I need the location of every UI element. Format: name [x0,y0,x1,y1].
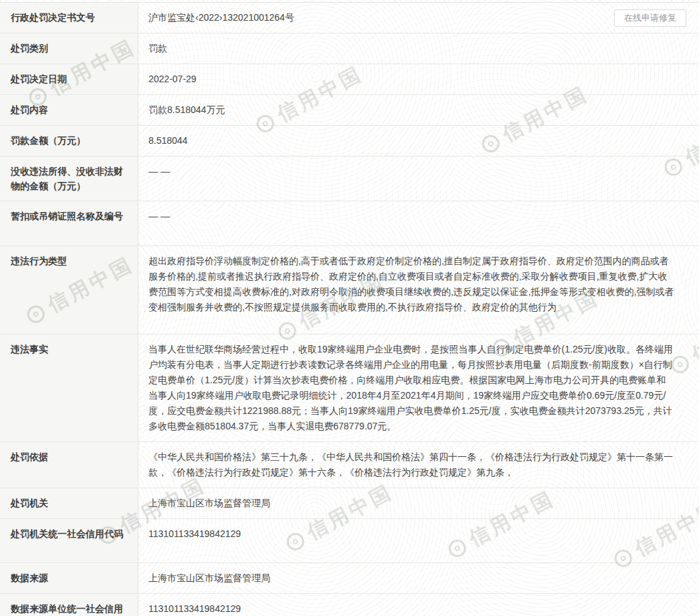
table-row-penalty-basis: 处罚依据 《中华人民共和国价格法》第三十九条，《中华人民共和国价格法》第四十一条… [0,442,699,488]
table-row-document-number: 行政处罚决定书文号 沪市监宝处‹2022›132021001264号 在线申请修… [0,3,699,33]
row-value: 113101133419842129 [138,594,699,616]
row-value: 113101133419842129 [138,519,699,562]
table-row-penalty-authority: 处罚机关 上海市宝山区市场监督管理局 [0,488,699,519]
row-label: 处罚决定日期 [0,64,138,94]
row-value: 超出政府指导价浮动幅度制定价格的,高于或者低于政府定价制定价格的,擅自制定属于政… [138,246,699,334]
row-label: 数据来源 [0,563,138,593]
violation-type-text: 超出政府指导价浮动幅度制定价格的,高于或者低于政府定价制定价格的,擅自制定属于政… [148,255,674,312]
row-value: 罚款8.518044万元 [138,95,699,125]
authority-credit-code-text: 113101133419842129 [148,528,241,539]
row-value: 上海市宝山区市场监督管理局 [138,563,699,593]
row-label: 处罚类别 [0,33,138,64]
document-number-text: 沪市监宝处‹2022›132021001264号 [148,12,294,23]
row-label: 处罚机关 [0,488,138,518]
row-label: 处罚依据 [0,442,138,488]
penalty-detail-table: 行政处罚决定书文号 沪市监宝处‹2022›132021001264号 在线申请修… [0,2,699,616]
online-repair-request-button[interactable]: 在线申请修复 [614,9,686,27]
penalty-category-text: 罚款 [148,43,167,54]
row-label: 暂扣或吊销证照名称及编号 [0,201,138,245]
row-value: 沪市监宝处‹2022›132021001264号 在线申请修复 [138,3,699,33]
row-label: 没收违法所得、没收非法财物的金额（万元） [0,157,138,201]
row-label: 处罚机关统一社会信用代码 [0,519,138,562]
source-credit-code-text: 113101133419842129 [148,603,241,614]
row-label: 罚款金额（万元） [0,126,138,156]
table-row-decision-date: 处罚决定日期 2022-07-29 [0,64,699,95]
table-row-license-revocation: 暂扣或吊销证照名称及编号 — — [0,201,699,246]
row-value: — — [138,157,699,201]
table-row-violation-type: 违法行为类型 超出政府指导价浮动幅度制定价格的,高于或者低于政府定价制定价格的,… [0,246,699,334]
row-label: 数据来源单位统一社会信用代码 [0,594,138,616]
violation-facts-text: 当事人在世纪联华商场经营过程中，收取19家终端用户企业电费时，是按照当事人自行制… [148,344,673,431]
table-row-fine-amount: 罚款金额（万元） 8.518044 [0,126,699,157]
table-row-source-credit-code: 数据来源单位统一社会信用代码 113101133419842129 [0,594,699,616]
row-label: 违法事实 [0,334,138,441]
row-value: — — [138,201,699,245]
table-row-authority-credit-code: 处罚机关统一社会信用代码 113101133419842129 [0,519,699,563]
row-value: 当事人在世纪联华商场经营过程中，收取19家终端用户企业电费时，是按照当事人自行制… [138,334,699,441]
row-label: 违法行为类型 [0,246,138,334]
penalty-basis-text: 《中华人民共和国价格法》第三十九条，《中华人民共和国价格法》第四十一条，《价格违… [148,451,673,478]
table-row-data-source: 数据来源 上海市宝山区市场监督管理局 [0,563,699,594]
table-row-confiscation-amount: 没收违法所得、没收非法财物的金额（万元） — — [0,157,699,201]
penalty-authority-text: 上海市宝山区市场监督管理局 [148,498,270,508]
license-revocation-text: — — [148,211,170,221]
decision-date-text: 2022-07-29 [148,74,197,84]
row-value: 2022-07-29 [138,64,699,94]
row-label: 处罚内容 [0,95,138,125]
row-value: 上海市宝山区市场监督管理局 [138,488,699,518]
row-value: 8.518044 [138,126,699,156]
table-row-penalty-content: 处罚内容 罚款8.518044万元 [0,95,699,126]
confiscation-amount-text: — — [148,166,170,177]
row-value: 《中华人民共和国价格法》第三十九条，《中华人民共和国价格法》第四十一条，《价格违… [138,442,699,488]
table-row-penalty-category: 处罚类别 罚款 [0,33,699,64]
penalty-content-text: 罚款8.518044万元 [148,104,225,115]
fine-amount-text: 8.518044 [148,135,187,146]
data-source-text: 上海市宝山区市场监督管理局 [148,573,270,583]
row-label: 行政处罚决定书文号 [0,3,138,33]
table-row-violation-facts: 违法事实 当事人在世纪联华商场经营过程中，收取19家终端用户企业电费时，是按照当… [0,334,699,442]
row-value: 罚款 [138,33,699,64]
